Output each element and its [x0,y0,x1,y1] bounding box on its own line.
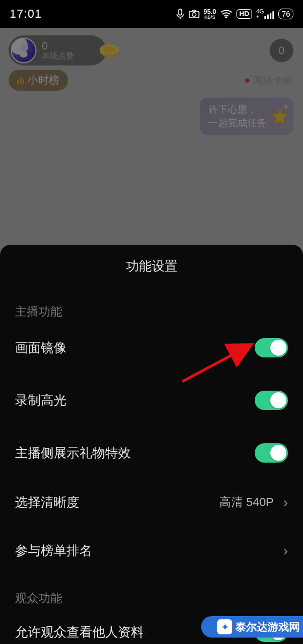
network-speed: 95.0 KB/S [204,9,216,20]
row-rank-participate[interactable]: 参与榜单排名 › [15,542,288,559]
row-mirror: 画面镜像 [15,338,288,357]
svg-rect-0 [179,9,182,15]
live-stream-area: 0 本场点赞 0 小时榜 网络卡顿 许下心愿， 一起完成任务 ✦ [0,28,303,256]
row-gift-effect: 主播侧展示礼物特效 [15,443,288,463]
chevron-right-icon: › [283,494,288,511]
row-gift-effect-label: 主播侧展示礼物特效 [15,444,131,462]
hd-indicator: HD [237,9,252,19]
status-time: 17:01 [10,7,42,21]
camera-icon [189,10,199,18]
toggle-gift-effect[interactable] [255,443,288,463]
row-resolution-label: 选择清晰度 [15,494,79,511]
status-icons: 95.0 KB/S HD 4G+ 76 [176,9,293,20]
row-highlight-label: 录制高光 [15,392,66,409]
svg-point-2 [192,13,196,17]
svg-point-3 [226,17,227,18]
watermark: ✦ 泰尔达游戏网 [201,616,303,638]
section-host-label: 主播功能 [15,304,288,320]
battery-indicator: 76 [278,9,293,19]
chevron-right-icon: › [283,543,288,559]
settings-sheet: 功能设置 主播功能 画面镜像 录制高光 主播侧展示礼物特效 选择清晰度 高清 5… [0,245,303,644]
toggle-mirror[interactable] [255,338,288,357]
resolution-value: 高清 540P [219,494,274,510]
row-allow-profile-label: 允许观众查看他人资料 [15,624,144,641]
row-resolution[interactable]: 选择清晰度 高清 540P › [15,494,288,511]
toggle-highlight[interactable] [255,391,288,410]
mic-icon [176,9,184,19]
watermark-text: 泰尔达游戏网 [235,620,300,634]
section-audience-label: 观众功能 [15,590,288,606]
row-mirror-label: 画面镜像 [15,339,66,356]
status-bar: 17:01 95.0 KB/S HD 4G+ 76 [0,0,303,28]
sheet-title: 功能设置 [15,258,288,275]
watermark-logo-icon: ✦ [217,619,232,634]
row-highlight: 录制高光 [15,391,288,410]
cell-signal: 4G+ [256,9,275,19]
wifi-icon [220,10,232,18]
row-rank-label: 参与榜单排名 [15,542,92,559]
